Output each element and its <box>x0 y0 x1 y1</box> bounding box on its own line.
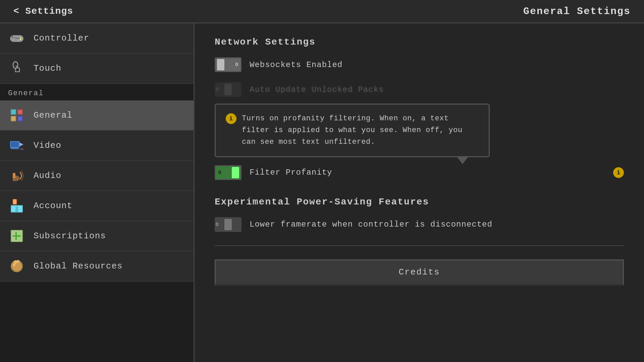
auto-update-label: Auto Update Unlocked Packs <box>250 85 624 94</box>
audio-icon <box>8 167 25 184</box>
svg-rect-15 <box>11 117 15 121</box>
sidebar-item-audio[interactable]: Audio <box>0 161 194 191</box>
svg-point-3 <box>19 36 20 38</box>
lower-framerate-toggle-knob <box>224 219 232 230</box>
sidebar-label-controller: Controller <box>34 33 89 43</box>
svg-rect-2 <box>12 36 13 38</box>
svg-rect-23 <box>13 173 15 178</box>
lower-framerate-toggle[interactable]: O <box>215 217 241 232</box>
websockets-row: O Websockets Enabled <box>215 57 624 72</box>
svg-point-38 <box>13 263 15 266</box>
general-icon <box>8 107 25 124</box>
content-divider <box>215 245 624 246</box>
sidebar-item-subscriptions[interactable]: Subscriptions <box>0 221 194 251</box>
svg-rect-13 <box>18 110 22 114</box>
global-resources-icon <box>8 257 25 275</box>
filter-profanity-info-icon[interactable]: i <box>613 167 624 178</box>
back-button[interactable]: < Settings <box>13 6 73 16</box>
lower-framerate-toggle-label: O <box>216 222 219 227</box>
svg-rect-19 <box>11 142 19 147</box>
credits-button[interactable]: Credits <box>215 259 624 286</box>
sidebar-label-account: Account <box>34 201 72 211</box>
sidebar-label-general: General <box>34 110 72 120</box>
svg-rect-7 <box>14 38 19 39</box>
svg-point-6 <box>20 39 21 40</box>
sidebar-item-general[interactable]: General <box>0 101 194 131</box>
auto-update-toggle-label: O <box>216 87 219 92</box>
svg-point-4 <box>20 37 22 39</box>
websockets-label: Websockets Enabled <box>250 60 624 69</box>
network-section-title: Network Settings <box>215 37 624 47</box>
svg-rect-29 <box>15 209 18 212</box>
svg-point-36 <box>14 260 17 264</box>
back-label: < Settings <box>13 6 73 16</box>
sidebar-item-video[interactable]: Video <box>0 131 194 161</box>
sidebar-label-touch: Touch <box>34 63 61 73</box>
sidebar-label-global-resources: Global Resources <box>34 261 123 271</box>
experimental-section-title: Experimental Power-Saving Features <box>215 197 624 207</box>
svg-rect-11 <box>11 110 15 114</box>
sidebar-item-account[interactable]: Account <box>0 191 194 221</box>
main-layout: Controller Touch General <box>0 23 644 362</box>
auto-update-row: O Auto Update Unlocked Packs <box>215 82 624 97</box>
video-icon <box>8 137 25 154</box>
websockets-toggle[interactable]: O <box>215 57 241 72</box>
filter-profanity-label: Filter Profanity <box>250 168 605 177</box>
sidebar-item-controller[interactable]: Controller <box>0 23 194 54</box>
svg-point-37 <box>17 260 19 263</box>
svg-marker-22 <box>19 142 23 146</box>
filter-profanity-toggle-label: O <box>218 170 221 175</box>
controller-icon <box>8 29 25 47</box>
svg-rect-17 <box>18 117 22 121</box>
svg-rect-20 <box>11 148 19 149</box>
profanity-tooltip: i Turns on profanity filtering. When on,… <box>215 104 490 157</box>
svg-rect-25 <box>13 200 16 204</box>
sidebar-label-audio: Audio <box>34 171 61 181</box>
filter-profanity-row: O Filter Profanity i <box>215 165 624 180</box>
svg-point-28 <box>15 206 18 209</box>
subscriptions-icon <box>8 227 25 245</box>
content-area: Network Settings O Websockets Enabled O … <box>195 23 644 362</box>
account-icon <box>8 197 25 215</box>
sidebar-section-general: General <box>0 84 194 101</box>
svg-rect-21 <box>20 148 23 150</box>
sidebar-item-global-resources[interactable]: Global Resources <box>0 251 194 282</box>
sidebar-label-video: Video <box>34 140 61 150</box>
auto-update-toggle-knob <box>224 84 232 95</box>
header: < Settings General Settings <box>0 0 644 23</box>
tooltip-text: Turns on profanity filtering. When on, a… <box>242 113 479 148</box>
auto-update-toggle[interactable]: O <box>215 82 241 97</box>
filter-profanity-toggle-knob <box>232 167 239 178</box>
filter-profanity-toggle[interactable]: O <box>215 165 241 180</box>
sidebar: Controller Touch General <box>0 23 195 362</box>
lower-framerate-label: Lower framerate when controller is disco… <box>250 219 624 231</box>
tooltip-info-icon: i <box>226 113 236 124</box>
sidebar-item-touch[interactable]: Touch <box>0 54 194 84</box>
page-title: General Settings <box>523 6 631 17</box>
websockets-toggle-knob <box>217 59 224 70</box>
touch-icon <box>8 60 25 77</box>
websockets-toggle-label: O <box>235 62 238 67</box>
lower-framerate-row: O Lower framerate when controller is dis… <box>215 217 624 232</box>
sidebar-label-subscriptions: Subscriptions <box>34 231 106 241</box>
